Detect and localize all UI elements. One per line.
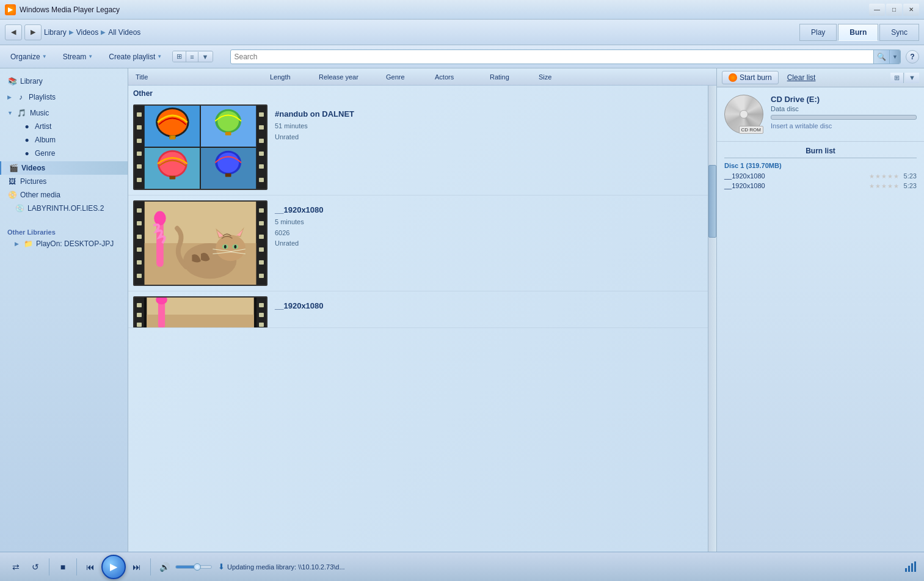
sidebar-item-playon[interactable]: ▶ 📁 PlayOn: DESKTOP-JPJ bbox=[0, 237, 128, 250]
col-title[interactable]: Title bbox=[133, 73, 267, 81]
artist-icon: ● bbox=[22, 122, 32, 131]
burn-item-2-duration: 5:23 bbox=[904, 182, 917, 189]
col-release-year[interactable]: Release year bbox=[316, 73, 384, 81]
view-grid-button[interactable]: ⊞ bbox=[173, 51, 186, 62]
other-media-icon: 📀 bbox=[7, 190, 17, 200]
help-button[interactable]: ? bbox=[906, 50, 919, 64]
sidebar-item-artist[interactable]: ● Artist bbox=[0, 120, 128, 133]
cd-progress-bar bbox=[771, 115, 917, 120]
minimize-button[interactable]: — bbox=[869, 4, 885, 16]
svg-rect-46 bbox=[914, 561, 916, 572]
col-genre[interactable]: Genre bbox=[384, 73, 432, 81]
music-icon: 🎵 bbox=[17, 108, 27, 118]
film-holes-left-1 bbox=[134, 106, 144, 189]
breadcrumb-allvideos[interactable]: All Videos bbox=[108, 28, 140, 37]
star3: ★ bbox=[881, 173, 887, 180]
search-dropdown-button[interactable]: ▼ bbox=[889, 49, 900, 64]
breadcrumb-library[interactable]: Library bbox=[44, 28, 67, 37]
video-entry-2[interactable]: __1920x1080 5 minutes 6026 Unrated bbox=[128, 195, 716, 291]
star1: ★ bbox=[869, 183, 875, 189]
videos-icon: 🎬 bbox=[9, 163, 18, 173]
film-holes-right-3 bbox=[256, 298, 266, 328]
rp-view-button[interactable]: ⊞ bbox=[890, 73, 904, 83]
volume-knob bbox=[194, 563, 201, 571]
scrollbar-thumb[interactable] bbox=[708, 165, 716, 238]
search-box: 🔍 ▼ bbox=[230, 49, 901, 64]
burn-item-1-stars: ★ ★ ★ ★ ★ bbox=[869, 173, 899, 180]
tab-sync[interactable]: Sync bbox=[879, 24, 919, 41]
shuffle-button[interactable]: ⇄ bbox=[7, 558, 24, 576]
close-button[interactable]: ✕ bbox=[903, 4, 919, 16]
breadcrumb-videos[interactable]: Videos bbox=[76, 28, 98, 37]
sidebar-section-music: ▼ 🎵 Music ● Artist ● Album ● Genre bbox=[0, 105, 128, 161]
window-controls: — □ ✕ bbox=[869, 4, 919, 16]
star2: ★ bbox=[875, 173, 881, 180]
stream-arrow-icon: ▼ bbox=[88, 54, 93, 59]
burn-item-2-stars: ★ ★ ★ ★ ★ bbox=[869, 183, 899, 189]
svg-point-10 bbox=[217, 111, 239, 131]
search-submit-button[interactable]: 🔍 bbox=[873, 49, 889, 64]
sidebar-item-pictures[interactable]: 🖼 Pictures bbox=[0, 175, 128, 188]
video-entry-1[interactable]: #nandub on DALNET 51 minutes Unrated bbox=[128, 100, 716, 195]
rp-view-dropdown[interactable]: ▼ bbox=[905, 73, 919, 83]
back-button[interactable]: ◀ bbox=[5, 24, 22, 40]
film-image-2 bbox=[144, 202, 256, 285]
search-input[interactable] bbox=[231, 53, 874, 61]
play-pause-button[interactable]: ▶ bbox=[101, 555, 126, 579]
star2: ★ bbox=[875, 183, 881, 189]
scrollbar[interactable] bbox=[708, 68, 716, 552]
volume-slider[interactable] bbox=[175, 565, 212, 569]
cd-drive-icon: CD ROM bbox=[724, 95, 763, 134]
svg-point-25 bbox=[216, 235, 246, 261]
sidebar-item-playlists[interactable]: ▶ ♪ Playlists bbox=[0, 90, 128, 104]
maximize-button[interactable]: □ bbox=[886, 4, 902, 16]
star5: ★ bbox=[893, 183, 899, 189]
sidebar-section-library: 📚 Library bbox=[0, 73, 128, 89]
col-rating[interactable]: Rating bbox=[487, 73, 536, 81]
sidebar-section-playlists: ▶ ♪ Playlists bbox=[0, 89, 128, 105]
create-playlist-button[interactable]: Create playlist ▼ bbox=[103, 50, 167, 64]
clear-list-button[interactable]: Clear list bbox=[782, 71, 821, 84]
view-list-button[interactable]: ≡ bbox=[186, 52, 198, 62]
star4: ★ bbox=[887, 183, 893, 189]
sidebar-item-library[interactable]: 📚 Library bbox=[0, 75, 128, 88]
status-text: Updating media library: \\10.10.2.73\d..… bbox=[227, 563, 345, 571]
burn-item-2[interactable]: __1920x1080 ★ ★ ★ ★ ★ 5:23 bbox=[724, 181, 917, 191]
playlists-icon: ♪ bbox=[16, 92, 26, 102]
repeat-button[interactable]: ↺ bbox=[27, 558, 44, 576]
sidebar-item-genre[interactable]: ● Genre bbox=[0, 147, 128, 160]
burn-header: Start burn Clear list ⊞ ▼ bbox=[717, 68, 924, 87]
stream-button[interactable]: Stream ▼ bbox=[57, 50, 99, 64]
tab-burn[interactable]: Burn bbox=[838, 24, 878, 41]
svg-rect-41 bbox=[158, 301, 165, 328]
control-divider-3 bbox=[150, 558, 151, 576]
prev-button[interactable]: ⏮ bbox=[82, 558, 99, 576]
col-size[interactable]: Size bbox=[536, 73, 579, 81]
volume-icon[interactable]: 🔊 bbox=[156, 558, 173, 576]
sidebar-item-album[interactable]: ● Album bbox=[0, 133, 128, 147]
col-actors[interactable]: Actors bbox=[432, 73, 487, 81]
svg-rect-17 bbox=[225, 174, 231, 177]
tab-play[interactable]: Play bbox=[799, 24, 837, 41]
sidebar-item-music[interactable]: ▼ 🎵 Music bbox=[0, 106, 128, 120]
view-dropdown-button[interactable]: ▼ bbox=[198, 52, 213, 62]
svg-point-33 bbox=[234, 245, 236, 249]
video-meta-2: 5 minutes 6026 Unrated bbox=[275, 217, 704, 249]
playon-expand-icon: ▶ bbox=[15, 241, 19, 247]
start-burn-button[interactable]: Start burn bbox=[722, 71, 779, 84]
sidebar-item-videos[interactable]: 🎬 Videos bbox=[0, 161, 128, 175]
col-length[interactable]: Length bbox=[267, 73, 316, 81]
burn-item-1[interactable]: __1920x1080 ★ ★ ★ ★ ★ 5:23 bbox=[724, 171, 917, 181]
sidebar-item-other-media[interactable]: 📀 Other media bbox=[0, 188, 128, 202]
video-info-2: __1920x1080 5 minutes 6026 Unrated bbox=[267, 200, 711, 254]
forward-button[interactable]: ▶ bbox=[24, 24, 42, 40]
sidebar-item-labyrinth[interactable]: 💿 LABYRINTH.OF.LIES.2 bbox=[0, 202, 128, 215]
column-headers: Title Length Release year Genre Actors R… bbox=[128, 68, 716, 86]
next-button[interactable]: ⏭ bbox=[128, 558, 145, 576]
stop-button[interactable]: ■ bbox=[54, 558, 71, 576]
organize-button[interactable]: Organize ▼ bbox=[5, 50, 53, 64]
svg-point-16 bbox=[217, 153, 239, 173]
video-entry-3[interactable]: __1920x1080 bbox=[128, 291, 716, 328]
film-strip-2 bbox=[133, 200, 267, 286]
film-holes-right-1 bbox=[256, 106, 266, 189]
